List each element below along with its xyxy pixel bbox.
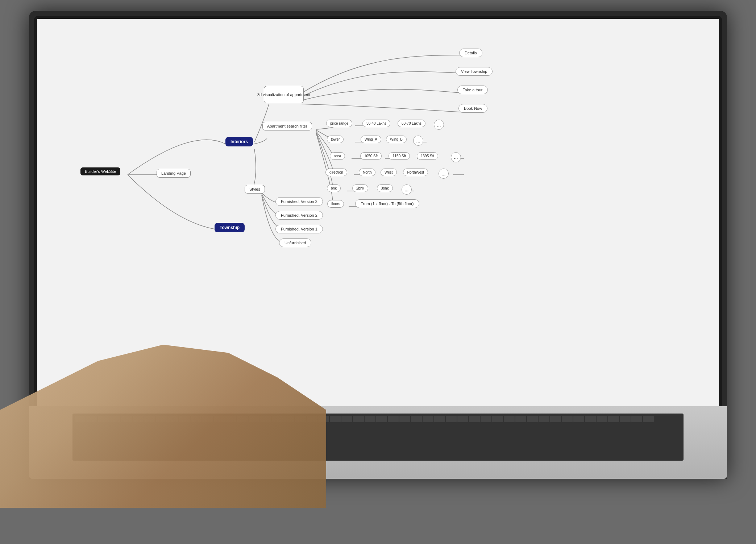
township-node[interactable]: Township [215, 223, 245, 232]
interiors-node[interactable]: Interiors [225, 137, 253, 146]
key[interactable] [341, 416, 352, 422]
key[interactable] [481, 416, 491, 422]
key[interactable] [631, 416, 642, 422]
area-1-node[interactable]: 1050 Sft [360, 152, 382, 160]
bhk-dots-node[interactable]: ... [402, 184, 412, 195]
north-node[interactable]: North [359, 169, 375, 176]
key[interactable] [643, 416, 654, 422]
furnished-2-node[interactable]: Furnished, Version 2 [275, 211, 323, 220]
key[interactable] [539, 416, 549, 422]
root-node[interactable]: Builder's WebSite [80, 167, 120, 175]
key[interactable] [492, 416, 503, 422]
wing-a-node[interactable]: Wing_A [361, 136, 381, 143]
key[interactable] [388, 416, 399, 422]
unfurnished-node[interactable]: Unfurnished [279, 238, 311, 247]
west-node[interactable]: West [381, 169, 397, 176]
landing-page-node[interactable]: Landing Page [157, 169, 191, 178]
price-1-node[interactable]: 30-40 Lakhs [362, 120, 390, 127]
key[interactable] [330, 416, 341, 422]
tower-node[interactable]: tower [327, 136, 344, 143]
key[interactable] [620, 416, 631, 422]
laptop-container: Builder's WebSite Landing Page Interiors… [0, 0, 756, 544]
price-range-node[interactable]: price range [326, 120, 352, 127]
direction-node[interactable]: direction [325, 169, 347, 176]
styles-node[interactable]: Styles [245, 185, 265, 194]
key[interactable] [434, 416, 445, 422]
key[interactable] [411, 416, 422, 422]
bhk-3-node[interactable]: 3bhk [377, 184, 393, 192]
key[interactable] [527, 416, 538, 422]
visualization-node[interactable]: 3d visualization of appartment [264, 86, 304, 103]
tower-dots-node[interactable]: ... [413, 136, 423, 146]
key[interactable] [573, 416, 584, 422]
key[interactable] [376, 416, 387, 422]
floors-node[interactable]: floors [327, 200, 344, 208]
take-tour-node[interactable]: Take a tour [457, 86, 488, 94]
price-dots-node[interactable]: ... [434, 120, 444, 130]
key[interactable] [423, 416, 433, 422]
area-2-node[interactable]: 1150 Sft [389, 152, 410, 160]
key[interactable] [365, 416, 375, 422]
book-now-node[interactable]: Book Now [458, 104, 487, 113]
area-dots-node[interactable]: ... [451, 152, 461, 162]
key[interactable] [504, 416, 515, 422]
area-node[interactable]: area [330, 152, 345, 160]
floors-range-node[interactable]: From (1st floor) - To (5th floor) [355, 199, 419, 208]
area-3-node[interactable]: 1395 Sft [417, 152, 438, 160]
key[interactable] [469, 416, 480, 422]
wing-b-node[interactable]: Wing_B [386, 136, 407, 143]
key[interactable] [457, 416, 468, 422]
furnished-3-node[interactable]: Furnished, Version 3 [275, 197, 323, 206]
key[interactable] [585, 416, 596, 422]
key[interactable] [597, 416, 607, 422]
key[interactable] [550, 416, 561, 422]
key[interactable] [446, 416, 457, 422]
key[interactable] [515, 416, 526, 422]
northwest-node[interactable]: NorthWest [403, 169, 428, 176]
key[interactable] [399, 416, 410, 422]
furnished-1-node[interactable]: Furnished, Version 1 [275, 225, 323, 233]
bhk-node[interactable]: bhk [327, 184, 341, 192]
key[interactable] [608, 416, 619, 422]
apartment-filter-node[interactable]: Apartment search filter [262, 122, 312, 130]
price-2-node[interactable]: 60-70 Lakhs [398, 120, 425, 127]
key[interactable] [562, 416, 573, 422]
bhk-2-node[interactable]: 2bhk [352, 184, 368, 192]
view-township-node[interactable]: View Township [456, 67, 493, 76]
direction-dots-node[interactable]: ... [439, 169, 449, 179]
key[interactable] [353, 416, 364, 422]
details-node[interactable]: Details [459, 49, 482, 57]
